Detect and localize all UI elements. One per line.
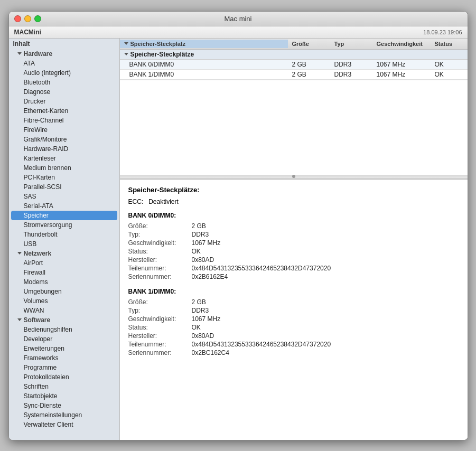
table-row[interactable]: BANK 0/DIMM0 2 GB DDR3 1067 MHz OK — [120, 60, 468, 70]
bank1-hersteller-value: 0x80AD — [192, 332, 214, 340]
td-status-0: OK — [431, 60, 468, 69]
sidebar-item-modems[interactable]: Modems — [9, 277, 119, 287]
sidebar-section-header: Inhalt — [9, 39, 119, 49]
sidebar-item-bluetooth[interactable]: Bluetooth — [9, 78, 119, 87]
sidebar-item-systemeinstellungen[interactable]: Systemeinstellungen — [9, 410, 119, 420]
window-title: Mac mini — [224, 15, 251, 23]
table-group-row[interactable]: Speicher-Steckplätze — [120, 50, 468, 60]
sidebar-item-wwan[interactable]: WWAN — [9, 306, 119, 315]
td-status-1: OK — [431, 70, 468, 79]
th-name[interactable]: Speicher-Steckplatz — [120, 40, 288, 48]
sidebar-item-firewall[interactable]: Firewall — [9, 268, 119, 277]
sidebar-item-bedienungshilfen[interactable]: Bedienungshilfen — [9, 325, 119, 334]
sidebar-item-volumes[interactable]: Volumes — [9, 296, 119, 306]
table-row[interactable]: BANK 1/DIMM0 2 GB DDR3 1067 MHz OK — [120, 70, 468, 80]
sidebar-item-pci[interactable]: PCI-Karten — [9, 173, 119, 182]
window-controls — [14, 15, 41, 22]
ecc-label: ECC: — [128, 198, 144, 205]
bank1-seriennummer-label: Seriennummer: — [128, 349, 192, 356]
sidebar-item-audio[interactable]: Audio (Integriert) — [9, 68, 119, 78]
sidebar-item-frameworks[interactable]: Frameworks — [9, 353, 119, 363]
sidebar-item-developer[interactable]: Developer — [9, 334, 119, 344]
bank0-typ-label: Typ: — [128, 231, 192, 238]
td-speed-0: 1067 MHz — [372, 60, 431, 69]
sidebar-item-erweiterungen[interactable]: Erweiterungen — [9, 344, 119, 353]
bank1-groesse-label: Größe: — [128, 298, 192, 306]
bank1-seriennummer-value: 0x2BC162C4 — [192, 349, 229, 356]
main-window: Mac mini MACMini 18.09.23 19:06 Inhalt H… — [8, 11, 468, 440]
sidebar-group-software[interactable]: Software — [9, 315, 119, 325]
bank1-typ-value: DDR3 — [192, 307, 209, 314]
td-size-1: 2 GB — [288, 70, 330, 79]
bank1-teilenummer: Teilenummer: 0x484D543132355333642465238… — [128, 341, 459, 348]
bank1-speed-value: 1067 MHz — [192, 315, 221, 323]
sidebar-item-medium[interactable]: Medium brennen — [9, 163, 119, 173]
bank1-groesse-value: 2 GB — [192, 298, 206, 306]
bank0-speed-label: Geschwindigkeit: — [128, 239, 192, 247]
bank0-hersteller: Hersteller: 0x80AD — [128, 256, 459, 264]
sidebar-item-programme[interactable]: Programme — [9, 363, 119, 372]
sidebar-item-fibre[interactable]: Fibre-Channel — [9, 116, 119, 125]
bank1-title: BANK 1/DIMM0: — [128, 288, 459, 295]
th-type[interactable]: Typ — [330, 40, 372, 48]
sidebar-item-firewire[interactable]: FireWire — [9, 125, 119, 135]
bank1-typ-label: Typ: — [128, 307, 192, 314]
bank0-status-label: Status: — [128, 248, 192, 255]
close-button[interactable] — [14, 15, 21, 22]
sidebar-item-ata[interactable]: ATA — [9, 59, 119, 68]
th-name-label: Speicher-Steckplatz — [130, 41, 186, 47]
sidebar-group-netzwerk[interactable]: Netzwerk — [9, 249, 119, 258]
th-status[interactable]: Status — [431, 40, 468, 48]
sidebar-item-startobjekte[interactable]: Startobjekte — [9, 391, 119, 401]
sidebar-item-verwalteter-client[interactable]: Verwalteter Client — [9, 420, 119, 429]
app-name: MACMini — [14, 29, 41, 36]
th-speed[interactable]: Geschwindigkeit — [372, 40, 431, 48]
sidebar-group-netzwerk-label: Netzwerk — [24, 250, 52, 257]
sidebar: Inhalt Hardware ATA Audio (Integriert) B… — [9, 39, 120, 440]
sidebar-item-hardware-raid[interactable]: Hardware-RAID — [9, 144, 119, 154]
sidebar-item-airport[interactable]: AirPort — [9, 258, 119, 268]
sidebar-item-umgebungen[interactable]: Umgebungen — [9, 287, 119, 296]
sidebar-item-kartenleser[interactable]: Kartenleser — [9, 154, 119, 163]
ecc-value: Deaktiviert — [148, 198, 179, 205]
triangle-icon-netzwerk — [17, 252, 22, 255]
bank0-hersteller-label: Hersteller: — [128, 256, 192, 264]
sidebar-group-software-label: Software — [24, 316, 51, 324]
sidebar-item-ethernet[interactable]: Ethernet-Karten — [9, 106, 119, 116]
group-td: Speicher-Steckplätze — [120, 50, 468, 59]
sort-icon — [124, 42, 128, 45]
maximize-button[interactable] — [34, 15, 41, 22]
bank0-seriennummer-value: 0x2B6162E4 — [192, 273, 228, 280]
sidebar-item-speicher[interactable]: Speicher — [11, 211, 117, 220]
minimize-button[interactable] — [24, 15, 31, 22]
bank1-typ: Typ: DDR3 — [128, 307, 459, 314]
sidebar-item-sas[interactable]: SAS — [9, 192, 119, 201]
group-label: Speicher-Steckplätze — [130, 51, 194, 58]
sidebar-item-thunderbolt[interactable]: Thunderbolt — [9, 230, 119, 239]
sidebar-item-grafik[interactable]: Grafik/Monitore — [9, 135, 119, 144]
sidebar-item-serial-ata[interactable]: Serial-ATA — [9, 201, 119, 211]
sidebar-item-sync-dienste[interactable]: Sync-Dienste — [9, 401, 119, 410]
bank0-seriennummer-label: Seriennummer: — [128, 273, 192, 280]
bank0-groesse-value: 2 GB — [192, 222, 206, 230]
bank1-groesse: Größe: 2 GB — [128, 298, 459, 306]
detail-title: Speicher-Steckplätze: — [128, 186, 459, 194]
group-triangle-icon — [124, 53, 128, 55]
sidebar-item-protokolldateien[interactable]: Protokolldateien — [9, 372, 119, 382]
bank1-teilenummer-value: 0x484D543132355333642465238432D47372020 — [192, 341, 331, 348]
sidebar-item-schriften[interactable]: Schriften — [9, 382, 119, 391]
bank1-status: Status: OK — [128, 324, 459, 331]
sidebar-item-stromversorgung[interactable]: Stromversorgung — [9, 220, 119, 230]
datetime: 18.09.23 19:06 — [423, 29, 462, 35]
table-header: Speicher-Steckplatz Größe Typ Geschwindi… — [120, 39, 468, 50]
sidebar-item-diagnose[interactable]: Diagnose — [9, 87, 119, 97]
sidebar-item-usb[interactable]: USB — [9, 239, 119, 249]
sidebar-item-parallel[interactable]: Parallel-SCSI — [9, 182, 119, 192]
th-size[interactable]: Größe — [288, 40, 330, 48]
td-speed-1: 1067 MHz — [372, 70, 431, 79]
bank1-status-value: OK — [192, 324, 201, 331]
td-name-1: BANK 1/DIMM0 — [120, 70, 288, 79]
main-content: Inhalt Hardware ATA Audio (Integriert) B… — [9, 39, 468, 440]
sidebar-item-drucker[interactable]: Drucker — [9, 97, 119, 106]
sidebar-group-hardware[interactable]: Hardware — [9, 49, 119, 59]
